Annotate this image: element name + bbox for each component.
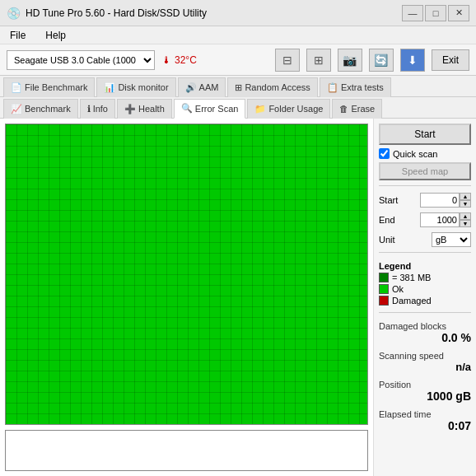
- tab-extra-tests[interactable]: 📋 Extra tests: [320, 77, 391, 97]
- folder-usage-icon: 📁: [254, 104, 266, 114]
- error-scan-icon: 🔍: [181, 103, 193, 114]
- title-bar: 💿 HD Tune Pro 5.60 - Hard Disk/SSD Utili…: [0, 0, 476, 26]
- stat-position: Position 1000 gB: [379, 380, 471, 403]
- disk-selector[interactable]: Seagate USB 3.0 Cable (1000 gB): [7, 50, 155, 70]
- file-benchmark-icon: 📄: [11, 82, 22, 93]
- tab-disk-monitor[interactable]: 📊 Disk monitor: [96, 77, 175, 97]
- tab-info[interactable]: ℹ Info: [80, 99, 115, 119]
- menu-file[interactable]: File: [7, 28, 29, 43]
- tab-strip-top: 📄 File Benchmark 📊 Disk monitor 🔊 AAM ⊞ …: [0, 76, 476, 97]
- window-title: HD Tune Pro 5.60 - Hard Disk/SSD Utility: [26, 7, 402, 19]
- stat-elapsed-time: Elapsed time 0:07: [379, 409, 471, 432]
- scanning-speed-label: Scanning speed: [379, 351, 444, 361]
- toolbar-btn-1[interactable]: ⊟: [275, 49, 300, 72]
- legend-item-ok: Ok: [379, 284, 471, 294]
- start-label: Start: [379, 195, 398, 205]
- tab-erase[interactable]: 🗑 Erase: [332, 99, 382, 119]
- divider-3: [379, 312, 471, 313]
- temperature-value: 32°C: [175, 54, 197, 66]
- menu-bar: File Help: [0, 26, 476, 44]
- main-content: Start Quick scan Speed map Start 0 ▲ ▼ E…: [0, 119, 476, 476]
- tab-benchmark[interactable]: 📈 Benchmark: [3, 99, 78, 119]
- legend-title: Legend: [379, 261, 471, 271]
- toolbar-btn-refresh[interactable]: 🔄: [369, 49, 394, 72]
- info-icon: ℹ: [87, 104, 91, 114]
- damaged-blocks-label: Damaged blocks: [379, 321, 446, 331]
- toolbar-btn-2[interactable]: ⊞: [306, 49, 331, 72]
- tab-strip-bottom: 📈 Benchmark ℹ Info ➕ Health 🔍 Error Scan…: [0, 97, 476, 119]
- start-input[interactable]: 0: [420, 193, 460, 208]
- end-spinners: ▲ ▼: [460, 212, 471, 227]
- extra-tests-icon: 📋: [327, 82, 338, 93]
- damaged-blocks-value: 0.0 %: [379, 331, 471, 344]
- random-access-icon: ⊞: [235, 82, 242, 93]
- tab-aam[interactable]: 🔊 AAM: [178, 77, 226, 97]
- stat-scanning-speed: Scanning speed n/a: [379, 351, 471, 373]
- position-value: 1000 gB: [379, 390, 471, 403]
- divider-2: [379, 252, 471, 253]
- toolbar-btn-down[interactable]: ⬇: [400, 49, 425, 72]
- legend-ok-label: Ok: [392, 284, 404, 294]
- erase-icon: 🗑: [339, 104, 348, 114]
- scan-area: [0, 119, 373, 476]
- right-panel: Start Quick scan Speed map Start 0 ▲ ▼ E…: [373, 119, 476, 476]
- disk-monitor-icon: 📊: [104, 82, 115, 93]
- start-spin-up[interactable]: ▲: [460, 193, 471, 200]
- start-button[interactable]: Start: [379, 124, 471, 145]
- maximize-button[interactable]: □: [425, 5, 446, 21]
- unit-select[interactable]: gB MB: [432, 232, 471, 247]
- app-icon: 💿: [7, 7, 21, 20]
- quick-scan-checkbox[interactable]: [379, 148, 390, 159]
- benchmark-icon: 📈: [11, 104, 22, 114]
- end-spin-down[interactable]: ▼: [460, 220, 471, 227]
- close-button[interactable]: ✕: [448, 5, 469, 21]
- quick-scan-label: Quick scan: [393, 149, 437, 159]
- legend-item-damaged: Damaged: [379, 296, 471, 306]
- scan-text-area: [5, 430, 368, 471]
- legend-color-green: [379, 284, 389, 294]
- legend-381mb-label: = 381 MB: [392, 273, 431, 282]
- stat-damaged-blocks: Damaged blocks 0.0 %: [379, 321, 471, 344]
- legend-color-dark-green: [379, 273, 389, 282]
- legend-section: Legend = 381 MB Ok Damaged: [379, 261, 471, 307]
- temperature-display: 🌡 32°C: [161, 54, 197, 66]
- quick-scan-row: Quick scan: [379, 148, 471, 159]
- exit-button[interactable]: Exit: [432, 49, 469, 71]
- elapsed-time-label: Elapsed time: [379, 409, 432, 419]
- window-controls: — □ ✕: [402, 5, 469, 21]
- grid-lines: [6, 124, 367, 424]
- divider-1: [379, 185, 471, 186]
- legend-item-381mb: = 381 MB: [379, 273, 471, 282]
- end-input-group: 1000 ▲ ▼: [420, 212, 471, 227]
- end-label: End: [379, 215, 395, 225]
- tab-file-benchmark[interactable]: 📄 File Benchmark: [3, 77, 95, 97]
- scanning-speed-value: n/a: [379, 361, 471, 373]
- scan-grid: [5, 124, 368, 425]
- tab-health[interactable]: ➕ Health: [117, 99, 172, 119]
- aam-icon: 🔊: [185, 82, 197, 93]
- elapsed-time-value: 0:07: [379, 419, 471, 432]
- end-param-row: End 1000 ▲ ▼: [379, 212, 471, 227]
- position-label: Position: [379, 380, 411, 390]
- toolbar: Seagate USB 3.0 Cable (1000 gB) 🌡 32°C ⊟…: [0, 44, 476, 76]
- tab-error-scan[interactable]: 🔍 Error Scan: [174, 99, 246, 119]
- tab-folder-usage[interactable]: 📁 Folder Usage: [247, 99, 330, 119]
- start-spinners: ▲ ▼: [460, 193, 471, 208]
- end-input[interactable]: 1000: [420, 212, 460, 227]
- legend-damaged-label: Damaged: [392, 296, 432, 306]
- unit-param-row: Unit gB MB: [379, 232, 471, 247]
- toolbar-btn-camera[interactable]: 📷: [338, 49, 362, 72]
- unit-label: Unit: [379, 235, 395, 245]
- start-input-group: 0 ▲ ▼: [420, 193, 471, 208]
- speed-map-button[interactable]: Speed map: [379, 162, 471, 180]
- thermometer-icon: 🌡: [161, 54, 171, 66]
- minimize-button[interactable]: —: [402, 5, 423, 21]
- start-spin-down[interactable]: ▼: [460, 200, 471, 208]
- tab-random-access[interactable]: ⊞ Random Access: [227, 77, 317, 97]
- legend-color-red: [379, 296, 389, 306]
- health-icon: ➕: [124, 104, 136, 114]
- end-spin-up[interactable]: ▲: [460, 212, 471, 220]
- start-param-row: Start 0 ▲ ▼: [379, 193, 471, 208]
- menu-help[interactable]: Help: [42, 28, 69, 43]
